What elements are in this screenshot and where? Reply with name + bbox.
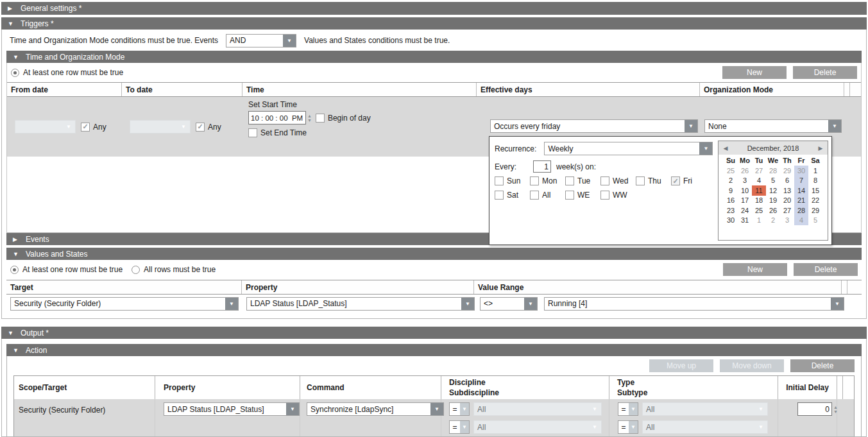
weekday-checkbox[interactable] xyxy=(530,176,539,185)
calendar-day[interactable]: 10 xyxy=(738,185,752,196)
chevron-down-icon[interactable]: ▼ xyxy=(629,403,638,415)
expand-icon[interactable]: ▼ xyxy=(8,330,21,336)
calendar-day[interactable]: 9 xyxy=(724,185,738,196)
command-dropdown[interactable]: Synchronize [LdapSync] ▼ xyxy=(307,402,444,416)
column-header-target[interactable]: Target xyxy=(6,280,242,294)
calendar-day[interactable]: 26 xyxy=(738,166,752,176)
move-up-button[interactable]: Move up xyxy=(649,359,713,372)
calendar-day[interactable]: 11 xyxy=(752,185,766,196)
calendar-day[interactable]: 29 xyxy=(808,205,822,216)
calendar-day[interactable]: 31 xyxy=(738,216,752,226)
section-header-general-settings[interactable]: ▶ General settings * xyxy=(1,2,867,15)
calendar-day[interactable]: 27 xyxy=(780,205,794,216)
calendar-day[interactable]: 4 xyxy=(794,216,808,226)
expand-icon[interactable]: ▼ xyxy=(13,347,26,354)
calendar-day[interactable]: 8 xyxy=(808,176,822,186)
expand-icon[interactable]: ▼ xyxy=(13,251,26,257)
chevron-down-icon[interactable]: ▼ xyxy=(588,403,601,415)
expand-icon[interactable]: ▼ xyxy=(13,54,26,60)
chevron-down-icon[interactable]: ▼ xyxy=(62,121,75,133)
chevron-down-icon[interactable]: ▼ xyxy=(286,403,299,415)
discipline-operator-dropdown[interactable]: = ▼ xyxy=(449,402,470,416)
section-header-time-org-mode[interactable]: ▼ Time and Organization Mode xyxy=(6,51,862,63)
column-header-to-date[interactable]: To date xyxy=(122,83,243,96)
column-header-initial-delay[interactable]: Initial Delay xyxy=(778,376,837,399)
weekday-checkbox[interactable] xyxy=(671,176,680,185)
weekday-checkbox[interactable] xyxy=(530,191,539,200)
chevron-down-icon[interactable]: ▼ xyxy=(685,120,697,132)
weekday-checkbox[interactable] xyxy=(636,176,645,185)
weekday-checkbox[interactable] xyxy=(600,176,609,185)
calendar-day[interactable]: 5 xyxy=(808,216,822,226)
discipline-value-dropdown[interactable]: All ▼ xyxy=(473,402,602,416)
calendar-next-icon[interactable]: ▶ xyxy=(813,145,828,151)
column-header-command[interactable]: Command xyxy=(300,376,441,399)
calendar-day[interactable]: 28 xyxy=(766,166,780,176)
calendar-prev-icon[interactable]: ◀ xyxy=(719,145,733,151)
weekday-option[interactable]: Sat xyxy=(495,191,530,200)
calendar-day[interactable]: 1 xyxy=(808,166,822,176)
column-header-time[interactable]: Time xyxy=(243,83,477,96)
delete-button[interactable]: Delete xyxy=(790,359,855,372)
set-end-time-checkbox[interactable] xyxy=(248,128,257,137)
calendar-day[interactable]: 28 xyxy=(794,205,808,216)
column-header-effective-days[interactable]: Effective days xyxy=(477,83,700,96)
subtype-value-dropdown[interactable]: All ▼ xyxy=(642,420,768,434)
calendar-day[interactable]: 2 xyxy=(766,216,780,226)
column-header-from-date[interactable]: From date xyxy=(7,83,122,96)
weekday-checkbox[interactable] xyxy=(495,176,504,185)
section-header-output[interactable]: ▼ Output * xyxy=(1,327,867,339)
effective-days-dropdown[interactable]: Occurs every friday ▼ xyxy=(490,119,698,133)
column-header-scope-target[interactable]: Scope/Target xyxy=(14,376,155,399)
weekday-option[interactable]: Fri xyxy=(671,176,706,185)
chevron-down-icon[interactable]: ▼ xyxy=(283,35,296,47)
collapse-icon[interactable]: ▶ xyxy=(13,236,26,243)
weekday-checkbox[interactable] xyxy=(495,191,504,200)
subdiscipline-value-dropdown[interactable]: All ▼ xyxy=(473,420,602,434)
expand-icon[interactable]: ▼ xyxy=(8,21,21,27)
rule-all-radio[interactable] xyxy=(132,266,140,274)
calendar-day[interactable]: 27 xyxy=(752,166,766,176)
org-mode-dropdown[interactable]: None ▼ xyxy=(704,119,842,133)
chevron-down-icon[interactable]: ▼ xyxy=(177,121,190,133)
calendar-day[interactable]: 19 xyxy=(766,196,780,206)
calendar-day[interactable]: 12 xyxy=(766,185,780,196)
calendar-day[interactable]: 6 xyxy=(780,176,794,186)
calendar-day[interactable]: 24 xyxy=(738,205,752,216)
chevron-down-icon[interactable]: ▼ xyxy=(460,403,469,415)
weekday-option[interactable]: Sun xyxy=(495,176,530,185)
weekday-option[interactable]: Wed xyxy=(600,176,636,185)
chevron-down-icon[interactable]: ▼ xyxy=(524,298,537,310)
new-button[interactable]: New xyxy=(722,66,787,79)
calendar-day[interactable]: 30 xyxy=(724,216,738,226)
calendar-day[interactable]: 16 xyxy=(724,196,738,206)
weekday-checkbox[interactable] xyxy=(600,191,609,200)
target-dropdown[interactable]: Security (Security Folder) ▼ xyxy=(10,297,239,311)
calendar-day[interactable]: 14 xyxy=(794,185,808,196)
chevron-down-icon[interactable]: ▼ xyxy=(629,421,638,433)
calendar-day[interactable]: 17 xyxy=(738,196,752,206)
weekday-option[interactable]: Tue xyxy=(565,176,600,185)
events-operator-dropdown[interactable]: AND ▼ xyxy=(226,34,296,47)
column-header-property[interactable]: Property xyxy=(155,376,300,399)
column-header-property[interactable]: Property xyxy=(242,280,474,294)
column-header-discipline[interactable]: Discipline Subdiscipline xyxy=(441,376,609,399)
calendar-day[interactable]: 20 xyxy=(780,196,794,206)
chevron-down-icon[interactable]: ▼ xyxy=(828,120,841,132)
chevron-down-icon[interactable]: ▼ xyxy=(699,142,712,155)
type-operator-dropdown[interactable]: = ▼ xyxy=(618,402,638,416)
weekday-option[interactable]: All xyxy=(530,191,565,200)
section-header-action[interactable]: ▼ Action xyxy=(6,344,862,356)
column-header-org-mode[interactable]: Organization Mode xyxy=(700,83,844,96)
operator-dropdown[interactable]: <> ▼ xyxy=(480,297,538,311)
from-date-dropdown[interactable]: ▼ xyxy=(15,120,76,133)
chevron-down-icon[interactable]: ▼ xyxy=(754,421,767,433)
section-header-values-states[interactable]: ▼ Values and States xyxy=(6,248,862,260)
calendar-day[interactable]: 23 xyxy=(724,205,738,216)
calendar-month-label[interactable]: December, 2018 xyxy=(733,144,813,152)
property-dropdown[interactable]: LDAP Status [LDAP_Status] ▼ xyxy=(246,297,475,311)
to-any-checkbox[interactable] xyxy=(196,123,205,132)
calendar-day[interactable]: 18 xyxy=(752,196,766,206)
calendar-day[interactable]: 3 xyxy=(780,216,794,226)
column-header-type[interactable]: Type Subtype xyxy=(609,376,778,399)
